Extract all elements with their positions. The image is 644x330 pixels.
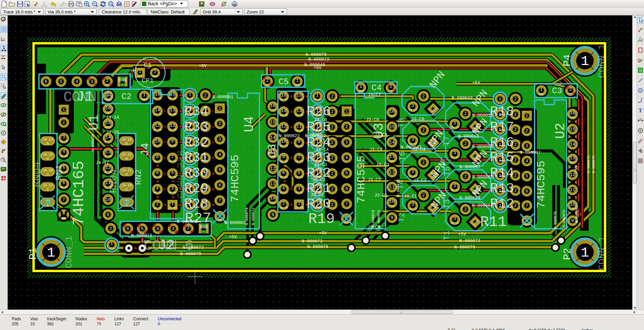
svg-text:N-000072: N-000072 [308,57,329,62]
svg-text:J3-C6: J3-C6 [314,117,327,122]
svg-text:N-000051: N-000051 [472,113,493,118]
svg-text:N-000072: N-000072 [183,245,204,250]
svg-text:+5V: +5V [199,63,207,68]
svg-text:CONN_2X8: CONN_2X8 [176,150,187,199]
svg-text:P4: P4 [562,54,573,66]
svg-text:J3-C3: J3-C3 [314,162,327,167]
svg-text:74HC165: 74HC165 [70,161,88,225]
svg-text:CONN_1: CONN_1 [597,236,607,270]
svg-text:J3-C3: J3-C3 [376,162,389,167]
svg-text:N-000072: N-000072 [377,210,381,228]
svg-text:RN2: RN2 [134,169,144,185]
svg-text:CONN_1: CONN_1 [64,236,74,268]
svg-text:N-000079: N-000079 [180,252,201,257]
svg-text:R33: R33 [184,120,208,135]
svg-text:N-000079: N-000079 [454,245,475,250]
svg-text:J1: J1 [76,89,93,105]
svg-text:C2: C2 [121,92,132,102]
svg-text:CONN_1: CONN_1 [597,44,607,78]
svg-text:R18: R18 [490,104,514,119]
svg-text:N-000002: N-000002 [177,219,198,224]
svg-text:R17: R17 [490,120,514,135]
svg-text:N-000072: N-000072 [459,238,480,243]
svg-text:N-000079: N-000079 [371,210,375,228]
svg-text:J3-C5: J3-C5 [374,132,387,138]
svg-text:N-000057: N-000057 [459,165,480,170]
svg-text:CONN_2X8: CONN_2X8 [308,150,319,199]
svg-text:R32: R32 [184,135,208,150]
svg-text:N-000001: N-000001 [212,95,234,100]
svg-text:R16: R16 [490,135,514,150]
svg-text:J3-C1: J3-C1 [310,192,324,198]
svg-text:N-000055: N-000055 [472,144,493,149]
svg-text:N-000067: N-000067 [472,203,493,208]
svg-text:N-000073: N-000073 [131,233,152,238]
svg-text:J3-C4: J3-C4 [369,147,382,152]
svg-text:R11: R11 [480,214,506,230]
svg-text:J3-C1: J3-C1 [404,194,417,199]
svg-text:RN04: RN04 [108,169,119,193]
svg-text:J2: J2 [158,237,175,254]
svg-text:J3-C4: J3-C4 [315,147,329,152]
svg-text:U2: U2 [553,123,568,139]
svg-text:R28: R28 [184,197,208,212]
svg-text:R13: R13 [490,181,514,196]
svg-text:+5V: +5V [458,232,466,237]
svg-text:+5V: +5V [141,239,149,244]
svg-text:74HC595: 74HC595 [355,156,368,204]
svg-text:T1: T1 [442,231,451,240]
svg-text:N-000022: N-000022 [279,133,300,139]
svg-text:+: + [131,66,136,76]
svg-text:C5: C5 [279,77,289,87]
svg-text:J3-C5: J3-C5 [309,132,322,138]
svg-text:N-00007D: N-00007D [91,133,95,151]
svg-text:74HC595: 74HC595 [229,155,242,203]
svg-text:+5V: +5V [574,165,579,173]
svg-text:J4-15: J4-15 [106,130,119,135]
svg-text:N-000079: N-000079 [553,212,557,229]
svg-text:N-000079: N-000079 [306,52,327,57]
svg-text:N-000079: N-000079 [592,156,596,173]
svg-text:N-000079: N-000079 [245,208,249,225]
svg-text:N-000079: N-000079 [307,244,328,250]
svg-text:R30: R30 [184,166,208,181]
svg-text:P2: P2 [562,248,573,260]
svg-text:N-000049: N-000049 [452,96,473,101]
svg-text:R15: R15 [490,150,514,165]
svg-text:C4: C4 [371,83,382,93]
svg-text:J3-C6: J3-C6 [366,117,379,122]
svg-text:N-000072: N-000072 [587,156,591,173]
svg-text:J3-C4: J3-C4 [412,147,425,152]
svg-text:CP1: CP1 [142,77,154,85]
svg-text:C3: C3 [552,86,562,96]
svg-text:T6: T6 [398,151,407,161]
svg-text:+5V: +5V [313,65,321,70]
svg-text:N-000047: N-000047 [520,150,541,155]
svg-text:J3-C7: J3-C7 [367,93,381,98]
svg-text:J3-C2: J3-C2 [312,177,325,182]
svg-text:N: N [640,118,641,120]
svg-text:U4: U4 [242,116,257,132]
svg-text:J3-C2: J3-C2 [367,177,381,182]
svg-text:N-000002: N-000002 [225,220,245,225]
svg-text:J4: J4 [139,143,152,157]
svg-text:N-000047: N-000047 [575,205,579,223]
svg-text:N-000072: N-000072 [251,208,255,225]
svg-text:J3-C2: J3-C2 [413,178,426,183]
svg-text:R12: R12 [490,197,514,212]
svg-text:74HC595: 74HC595 [535,161,548,209]
svg-text:J3-C1: J3-C1 [374,193,387,198]
svg-text:N-000069: N-000069 [459,196,480,201]
svg-text:C1: C1 [144,61,152,69]
svg-text:J3: J3 [266,144,279,158]
svg-text:T8: T8 [397,118,406,128]
svg-text:R19: R19 [308,211,335,227]
svg-text:U1: U1 [87,114,102,130]
svg-text:+5V: +5V [472,80,480,86]
svg-text:R14: R14 [490,166,514,181]
svg-text:N-000072: N-000072 [562,210,566,228]
svg-text:J4-14: J4-14 [106,115,119,120]
svg-text:R29: R29 [184,181,208,196]
svg-text:RN1: RN1 [54,165,64,180]
svg-text:R31: R31 [184,150,208,165]
